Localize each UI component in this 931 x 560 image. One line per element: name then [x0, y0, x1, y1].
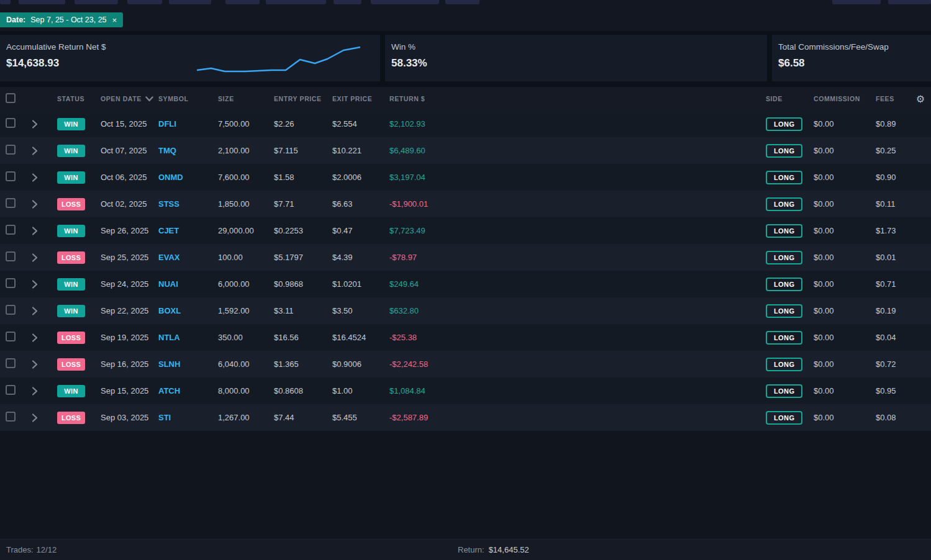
entry-price-cell: $0.8608: [274, 386, 332, 395]
entry-price-cell: $16.56: [274, 333, 332, 342]
symbol-link[interactable]: EVAX: [158, 253, 218, 262]
expand-row-chevron-icon[interactable]: [32, 173, 38, 183]
table-row: WIN Sep 24, 2025 NUAI 6,000.00 $0.9868 $…: [0, 271, 931, 297]
fees-cell: $0.11: [871, 199, 910, 209]
trades-value: 12/12: [37, 545, 57, 554]
toolbar-chip[interactable]: [371, 0, 439, 4]
size-cell: 1,850.00: [218, 199, 274, 209]
table-row: WIN Sep 22, 2025 BOXL 1,592.00 $3.11 $3.…: [0, 297, 931, 324]
commission-cell: $0.00: [809, 253, 871, 262]
status-badge: LOSS: [57, 251, 85, 264]
entry-price-cell: $7.44: [274, 413, 332, 422]
expand-row-chevron-icon[interactable]: [32, 359, 38, 369]
col-status[interactable]: STATUS: [57, 95, 101, 102]
col-open-date[interactable]: OPEN DATE: [101, 95, 158, 102]
status-badge: WIN: [57, 118, 85, 130]
row-checkbox[interactable]: [6, 145, 16, 155]
toolbar-chip[interactable]: [75, 0, 118, 4]
card-title: Win %: [391, 42, 416, 52]
symbol-link[interactable]: STSS: [158, 199, 218, 209]
row-checkbox[interactable]: [6, 385, 16, 395]
toolbar-chip[interactable]: [0, 0, 11, 4]
col-return[interactable]: RETURN $: [389, 95, 761, 102]
date-filter-value: Sep 7, 25 - Oct 23, 25: [30, 16, 106, 24]
status-badge: WIN: [57, 385, 85, 397]
table-body: WIN Oct 15, 2025 DFLI 7,500.00 $2.26 $2.…: [0, 111, 931, 431]
status-badge: WIN: [57, 145, 85, 157]
row-checkbox[interactable]: [6, 412, 16, 422]
toolbar-chip[interactable]: [334, 0, 361, 4]
size-cell: 7,600.00: [218, 173, 274, 182]
expand-row-chevron-icon[interactable]: [32, 413, 38, 423]
table-row: WIN Oct 07, 2025 TMQ 2,100.00 $7.115 $10…: [0, 137, 931, 164]
col-entry-price[interactable]: ENTRY PRICE: [274, 95, 332, 102]
expand-row-chevron-icon[interactable]: [32, 306, 38, 316]
table-row: LOSS Sep 25, 2025 EVAX 100.00 $5.1797 $4…: [0, 244, 931, 271]
entry-price-cell: $7.71: [274, 199, 332, 209]
row-checkbox[interactable]: [6, 358, 16, 368]
toolbar-chip[interactable]: [832, 0, 881, 4]
size-cell: 350.00: [218, 333, 274, 342]
col-commission[interactable]: COMMISSION: [809, 95, 871, 102]
toolbar-chip[interactable]: [888, 0, 931, 4]
toolbar-chip[interactable]: [169, 0, 211, 4]
row-checkbox[interactable]: [6, 278, 16, 288]
toolbar-chip[interactable]: [445, 0, 479, 4]
symbol-link[interactable]: NTLA: [158, 333, 218, 342]
symbol-link[interactable]: SLNH: [158, 359, 218, 369]
col-side[interactable]: SIDE: [761, 95, 809, 102]
row-checkbox[interactable]: [6, 198, 16, 208]
symbol-link[interactable]: ATCH: [158, 386, 218, 395]
toolbar-chip[interactable]: [19, 0, 65, 4]
expand-row-chevron-icon[interactable]: [32, 226, 38, 236]
row-checkbox[interactable]: [6, 225, 16, 235]
expand-row-chevron-icon[interactable]: [32, 386, 38, 396]
expand-row-chevron-icon[interactable]: [32, 253, 38, 263]
table-settings-gear-icon[interactable]: ⚙: [910, 93, 931, 105]
card-title: Accumulative Return Net $: [6, 42, 106, 52]
symbol-link[interactable]: CJET: [158, 226, 218, 235]
return-cell: -$78.97: [389, 253, 761, 262]
expand-row-chevron-icon[interactable]: [32, 199, 38, 209]
symbol-link[interactable]: DFLI: [158, 119, 218, 129]
exit-price-cell: $3.50: [332, 306, 389, 315]
expand-row-chevron-icon[interactable]: [32, 279, 38, 289]
row-checkbox[interactable]: [6, 305, 16, 315]
open-date-cell: Oct 07, 2025: [101, 146, 158, 155]
col-symbol[interactable]: SYMBOL: [158, 95, 218, 102]
symbol-link[interactable]: NUAI: [158, 279, 218, 289]
card-value: 58.33%: [391, 57, 427, 70]
row-checkbox[interactable]: [6, 332, 16, 341]
row-checkbox[interactable]: [6, 118, 16, 128]
fees-cell: $0.71: [871, 279, 910, 289]
toolbar-chip[interactable]: [225, 0, 260, 4]
toolbar-chip[interactable]: [266, 0, 326, 4]
return-cell: $249.64: [389, 279, 761, 289]
row-checkbox[interactable]: [6, 251, 16, 261]
size-cell: 1,267.00: [218, 413, 274, 422]
date-filter-chip[interactable]: Date: Sep 7, 25 - Oct 23, 25 ×: [0, 12, 123, 27]
expand-row-chevron-icon[interactable]: [32, 119, 38, 129]
select-all-checkbox[interactable]: [6, 93, 16, 103]
col-size[interactable]: SIZE: [218, 95, 274, 102]
symbol-link[interactable]: TMQ: [158, 146, 218, 155]
row-checkbox[interactable]: [6, 171, 16, 181]
close-icon[interactable]: ×: [112, 16, 117, 25]
trades-count: Trades:12/12: [6, 545, 57, 554]
return-cell: $7,723.49: [389, 226, 761, 235]
col-exit-price[interactable]: EXIT PRICE: [332, 95, 389, 102]
stats-band: Accumulative Return Net $ $14,638.93 Win…: [0, 31, 931, 87]
table-row: LOSS Oct 02, 2025 STSS 1,850.00 $7.71 $6…: [0, 191, 931, 217]
symbol-link[interactable]: STI: [158, 413, 218, 422]
entry-price-cell: $0.2253: [274, 226, 332, 235]
symbol-link[interactable]: ONMD: [158, 173, 218, 182]
exit-price-cell: $1.0201: [332, 279, 389, 289]
symbol-link[interactable]: BOXL: [158, 306, 218, 315]
expand-row-chevron-icon[interactable]: [32, 333, 38, 343]
side-badge: LONG: [766, 384, 802, 398]
sort-desc-icon[interactable]: [145, 96, 153, 102]
toolbar-chip[interactable]: [127, 0, 162, 4]
col-fees[interactable]: FEES: [871, 95, 910, 102]
expand-row-chevron-icon[interactable]: [32, 146, 38, 156]
size-cell: 2,100.00: [218, 146, 274, 155]
